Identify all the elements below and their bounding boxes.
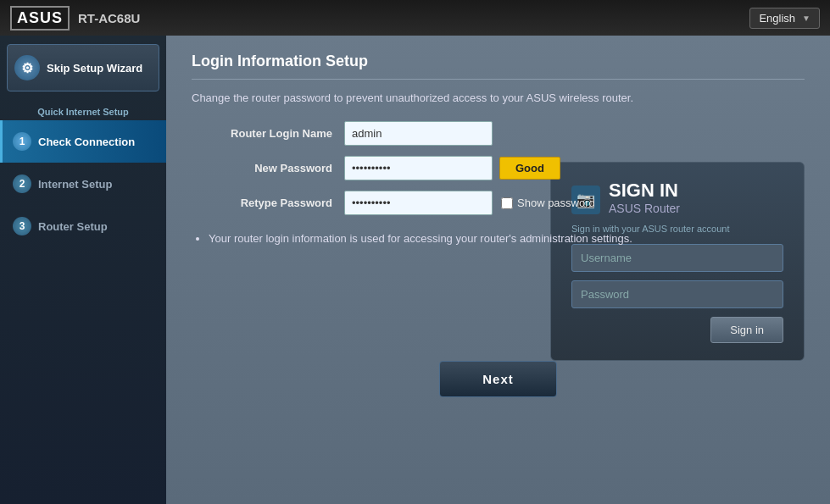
language-label: English — [759, 12, 795, 25]
signin-box: 📷 SIGN IN ASUS Router Sign in with your … — [550, 162, 805, 361]
skip-label: Skip Setup Wizard — [47, 62, 142, 75]
page-title: Login Information Setup — [192, 53, 805, 80]
main-layout: ⚙ Skip Setup Wizard Quick Internet Setup… — [0, 36, 830, 504]
next-button-row: Next — [192, 361, 805, 397]
sidebar: ⚙ Skip Setup Wizard Quick Internet Setup… — [0, 36, 166, 504]
form-row-login-name: Router Login Name — [192, 121, 805, 146]
skip-icon: ⚙ — [14, 55, 40, 80]
signin-button[interactable]: Sign in — [710, 317, 783, 343]
signin-title: SIGN IN — [609, 180, 680, 202]
header-model: RT-AC68U — [78, 11, 140, 25]
sidebar-label-2: Internet Setup — [38, 178, 112, 191]
chevron-down-icon: ▼ — [802, 14, 811, 23]
header: ASUS RT-AC68U English ▼ — [0, 0, 830, 36]
signin-subtitle: ASUS Router — [609, 202, 680, 215]
show-password-checkbox[interactable] — [501, 197, 513, 209]
password-strength-badge: Good — [499, 157, 560, 180]
show-password-text: Show password — [517, 197, 595, 209]
sidebar-num-2: 2 — [13, 174, 31, 193]
new-password-label: New Password — [192, 162, 344, 174]
sidebar-title: Quick Internet Setup — [0, 100, 166, 120]
signin-password-input[interactable] — [571, 280, 783, 308]
signin-header: 📷 SIGN IN ASUS Router — [571, 180, 783, 220]
asus-logo-text: ASUS — [10, 6, 70, 30]
login-name-input[interactable] — [344, 121, 493, 146]
sidebar-num-3: 3 — [13, 217, 31, 235]
show-password-label[interactable]: Show password — [501, 197, 595, 209]
description: Change the router password to prevent un… — [192, 91, 805, 104]
sidebar-num-1: 1 — [13, 132, 31, 151]
new-password-input[interactable] — [344, 156, 493, 180]
language-selector[interactable]: English ▼ — [749, 8, 820, 29]
sidebar-label-3: Router Setup — [38, 220, 108, 233]
sidebar-item-check-connection[interactable]: 1 Check Connection — [0, 120, 166, 163]
sidebar-item-internet-setup[interactable]: 2 Internet Setup — [0, 163, 166, 205]
header-logo: ASUS RT-AC68U — [10, 6, 140, 30]
sidebar-item-router-setup[interactable]: 3 Router Setup — [0, 205, 166, 247]
login-name-label: Router Login Name — [192, 127, 344, 140]
next-button[interactable]: Next — [439, 361, 557, 397]
main-content: Login Information Setup Change the route… — [166, 36, 830, 504]
retype-password-label: Retype Password — [192, 197, 344, 209]
sidebar-label-1: Check Connection — [38, 136, 135, 148]
skip-setup-wizard-button[interactable]: ⚙ Skip Setup Wizard — [7, 44, 159, 91]
retype-password-input[interactable] — [344, 191, 493, 215]
